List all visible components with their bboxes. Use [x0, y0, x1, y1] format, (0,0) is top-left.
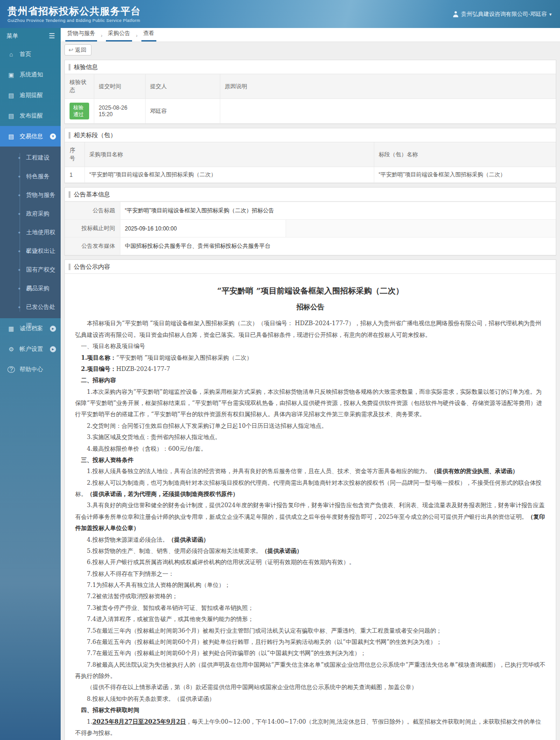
- sidebar-item-overdue-reminder[interactable]: ▤逾期提醒: [0, 85, 61, 105]
- doc-text: 四、招标文件获取时间: [81, 706, 140, 713]
- col-reason: 原因说明: [220, 74, 556, 99]
- doc-text: 招标公告: [296, 303, 324, 311]
- sidebar-subitem-drug-procurement[interactable]: 药品采购: [0, 279, 61, 298]
- media-value: 中国招标投标公共服务平台、贵州省招标投标公共服务平台: [120, 237, 556, 255]
- section-bar-icon: [69, 191, 70, 198]
- sidebar-subitem-state-property[interactable]: 国有产权交易: [0, 260, 61, 279]
- user-icon: [453, 11, 459, 17]
- doc-paragraph: 7.7在最近五年内（投标截止时间前60个月）被判处合同诈骗罪的（以“中国裁判文书…: [75, 648, 546, 659]
- user-menu[interactable]: 贵州弘典建设咨询有限公司-邓廷容 ▾: [453, 10, 552, 18]
- sidebar-item-label: 首页: [20, 50, 31, 58]
- sidebar-item-label: 诚信档案: [20, 325, 43, 333]
- sidebar-item-account-settings[interactable]: ⚙帐户设置▸: [0, 339, 61, 359]
- time-cell: 2025-08-26 15:20: [94, 99, 145, 124]
- sidebar-item-system-notice[interactable]: ▣系统通知: [0, 64, 61, 85]
- breadcrumb-item[interactable]: 货物与服务: [65, 29, 97, 42]
- doc-paragraph: 7.投标人不得存在下列情形之一：: [75, 568, 546, 579]
- doc-text: 二、招标内容: [81, 377, 116, 384]
- chevron-down-icon: ▾: [50, 133, 56, 140]
- col-submit-time: 提交时间: [94, 74, 145, 99]
- doc-text: 1.本次采购内容为“平安黔哨”前端监控设备，采购采用框架方式采购，本次招标货物清…: [75, 388, 542, 418]
- doc-text: （提供承诺函）: [168, 536, 209, 543]
- doc-text: 3.实施区域及交货地点：贵州省内招标人指定地点。: [87, 433, 221, 440]
- sidebar-subitem-construction[interactable]: 工程建设: [0, 148, 61, 167]
- doc-paragraph: 7.5在最近三年内（投标截止时间前36个月）被相关行业主管部门或司法机关认定有骗…: [75, 625, 546, 636]
- sidebar-item-home[interactable]: ⌂首页: [0, 44, 61, 64]
- sidebar-item-credit-archive[interactable]: ▦诚信档案▸: [0, 318, 61, 339]
- doc-text: HDZB-2024-177-7: [116, 365, 170, 372]
- app-window: 贵州省招标投标公共服务平台 GuiZhou Province Tendering…: [0, 0, 560, 740]
- sidebar-subitem-published-notice[interactable]: 已发公告处理: [0, 298, 61, 316]
- info-row: 投标截止时间 2025-09-16 10:00:00: [65, 220, 556, 237]
- doc-paragraph: 1.2025年8月27日至2025年9月2日，每天上午9:00~12:00，下午…: [75, 716, 546, 739]
- user-name: 贵州弘典建设咨询有限公司-邓廷容: [461, 10, 547, 18]
- sidebar-bottom-items: ▦诚信档案▸⚙帐户设置▸?帮助中心: [0, 318, 61, 380]
- breadcrumb-item[interactable]: 采购公告: [106, 29, 132, 42]
- doc-text: 1.投标人须具备独立的法人地位，具有合法的经营资格，并具有良好的售后服务信誉，且…: [87, 468, 431, 475]
- sidebar-item-label: 系统通知: [20, 71, 43, 79]
- doc-paragraph: 四、招标文件获取时间: [75, 705, 546, 716]
- related-packages-section: 相关标段（包） 序号 采购项目名称 标段（包）名称 1 “平安黔哨”项目前端设备…: [64, 128, 556, 183]
- doc-paragraph: 4.最高投标限价单价（含税）：600元/台/套。: [75, 443, 546, 454]
- section-title: 公告公示内容: [74, 263, 110, 271]
- sidebar-item-label: 帮助中心: [20, 366, 43, 374]
- sidebar-item-label: 帐户设置: [20, 345, 43, 353]
- app-title: 贵州省招标投标公共服务平台: [7, 5, 141, 17]
- no-cell: 1: [65, 167, 84, 183]
- table-header-row: 核验状态 提交时间 提交人 原因说明: [65, 74, 556, 99]
- related-section-header: 相关标段（包）: [65, 128, 556, 142]
- sidebar-item-label: 逾期提醒: [20, 91, 43, 99]
- table-row: 1 “平安黔哨”项目前端设备框架入围招标采购（二次） “平安黔哨”项目前端设备框…: [65, 167, 556, 183]
- table-row: 核验通过 2025-08-26 15:20 邓廷容: [65, 99, 556, 124]
- sidebar: 菜单 ☰ ⌂首页▣系统通知▤逾期提醒▤发布提醒▤交易信息▾ 工程建设特色服务货物…: [0, 28, 61, 740]
- sidebar-subitem-special-service[interactable]: 特色服务: [0, 167, 61, 186]
- sidebar-item-trade-info[interactable]: ▤交易信息▾: [0, 126, 61, 147]
- basic-info-section-header: 公告基本信息: [65, 188, 556, 202]
- status-badge: 核验通过: [70, 103, 89, 119]
- doc-paragraph: 7.3被责令停产停业、暂扣或者吊销许可证、暂扣或者吊销执照；: [75, 602, 546, 614]
- col-no: 序号: [65, 142, 84, 167]
- sidebar-subitem-gov-procurement[interactable]: 政府采购: [0, 204, 61, 223]
- doc-text: 5.投标货物的生产、制造、销售、使用必须符合国家相关法规要求。: [87, 547, 261, 554]
- project-name-cell: “平安黔哨”项目前端设备框架入围招标采购（二次）: [84, 167, 374, 183]
- breadcrumb-item[interactable]: 查看: [141, 29, 156, 42]
- doc-paragraph: 二、招标内容: [75, 375, 546, 386]
- doc-paragraph: 6.投标人开户银行或其所属咨询机构或权威评价机构的信用状况证明（证明有效期的在有…: [75, 557, 546, 568]
- sidebar-item-publish-reminder[interactable]: ▤发布提醒: [0, 105, 61, 126]
- section-title: 公告基本信息: [74, 190, 110, 199]
- verification-table: 核验状态 提交时间 提交人 原因说明 核验通过 2025-08-26 15:20…: [65, 74, 556, 124]
- package-name-cell: “平安黔哨”项目前端设备框架入围招标采购（二次）: [374, 167, 556, 183]
- info-row: 公告发布媒体 中国招标投标公共服务平台、贵州省招标投标公共服务平台: [65, 237, 556, 255]
- doc-text: 4.投标货物来源渠道必须合法。: [87, 536, 168, 543]
- doc-text: 7.投标人不得存在下列情形之一：: [87, 570, 174, 577]
- hamburger-icon[interactable]: ☰: [49, 32, 55, 40]
- sidebar-item-label: 发布提醒: [20, 112, 43, 120]
- announcement-title-value: “平安黔哨”项目前端设备框架入围招标采购（二次）招标公告: [120, 202, 556, 220]
- section-title: 相关标段（包）: [74, 131, 116, 140]
- doc-paragraph: 2.项目编号：HDZB-2024-177-7: [75, 363, 546, 375]
- doc-paragraph: 1.项目名称：“平安黔哨 ”项目前端设备框架入围招标采购（二次）: [75, 352, 546, 363]
- doc-text: 7.7在最近五年内（投标截止时间前60个月）被判处合同诈骗罪的（以“中国裁判文书…: [87, 649, 366, 656]
- back-button[interactable]: ↩ 返回: [64, 44, 91, 56]
- doc-text: “平安黔哨 ”项目前端设备框架入围招标采购（二次）: [217, 286, 403, 295]
- help-icon: ?: [7, 366, 15, 373]
- col-project-name: 采购项目名称: [84, 142, 374, 167]
- back-button-label: 返回: [75, 46, 86, 54]
- sidebar-item-help-center[interactable]: ?帮助中心: [0, 359, 61, 380]
- status-cell: 核验通过: [65, 99, 94, 124]
- doc-text: 三、投标人资格条件: [81, 456, 134, 463]
- sidebar-subitem-goods-services[interactable]: 货物与服务: [0, 186, 61, 204]
- doc-text: “平安黔哨 ”项目前端设备框架入围招标采购（二次）: [116, 354, 252, 361]
- doc-text: 7.8被最高人民法院认定为失信被执行人的（提供声明及在信用中国网站“严重失信主体…: [75, 661, 546, 679]
- section-bar-icon: [69, 64, 70, 70]
- deadline-value: 2025-09-16 10:00:00: [120, 220, 286, 237]
- doc-paragraph: 7.8被最高人民法院认定为失信被执行人的（提供声明及在信用中国网站“严重失信主体…: [75, 659, 546, 682]
- folder-icon: ▤: [7, 133, 15, 140]
- sidebar-subitem-mining-right[interactable]: 矿业权出让: [0, 242, 61, 260]
- doc-text: 一、项目名称及项目编号: [81, 342, 146, 349]
- chevron-right-icon: ▸: [50, 346, 56, 352]
- sidebar-subitem-land-use-right[interactable]: 土地使用权出让: [0, 223, 61, 242]
- sidebar-item-label: 交易信息: [20, 133, 43, 140]
- info-row: 公告标题 “平安黔哨”项目前端设备框架入围招标采购（二次）招标公告: [65, 202, 556, 220]
- doc-paragraph: 7.2被依法暂停或取消投标资格的；: [75, 591, 546, 602]
